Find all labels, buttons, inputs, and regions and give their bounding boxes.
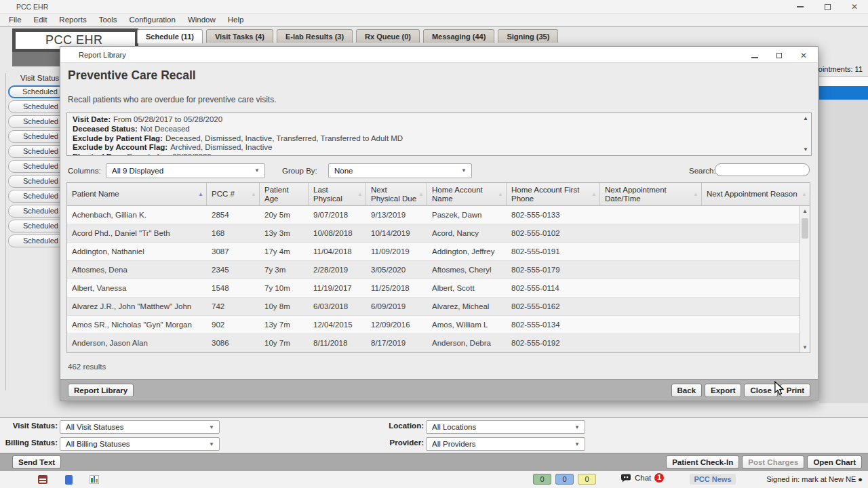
visit-status-item[interactable]: Scheduled [8,85,65,98]
criteria-label: Physical Due: [73,152,123,156]
chart-icon[interactable] [85,474,103,485]
column-header-8[interactable]: Next Appointment Reason▲ [702,183,810,205]
menu-reports[interactable]: Reports [53,14,92,26]
provider-dropdown[interactable]: All Providers ▼ [426,437,585,451]
export-button[interactable]: Export [705,384,741,397]
chat-button[interactable]: Chat 1 [620,473,664,483]
send-text-button[interactable]: Send Text [12,455,61,469]
columns-dropdown[interactable]: All 9 Displayed ▼ [106,163,265,178]
table-row[interactable]: Amos SR., Nicholas "Gyn" Morgan90213y 7m… [67,316,810,334]
sidebar-divider [5,73,6,390]
print-button[interactable]: Print [781,384,810,397]
visit-status-item[interactable]: Scheduled [8,130,65,143]
column-header-6[interactable]: Home Account First Phone▲ [507,183,600,205]
table-row[interactable]: Albert, Vanessa15487y 10m11/19/201711/25… [67,279,810,298]
pcc-taskbar-icon[interactable] [8,474,26,485]
column-header-1[interactable]: PCC #▲ [207,183,260,205]
maximize-icon[interactable] [814,0,841,14]
results-count-label: 462 results [68,363,106,371]
open-chart-button[interactable]: Open Chart [807,455,862,469]
close-icon[interactable]: ✕ [841,0,868,14]
scroll-down-icon[interactable]: ▼ [800,344,810,350]
os-titlebar: PCC EHR ✕ [0,0,868,14]
tab-visit[interactable]: Visit Tasks (4) [206,29,273,43]
billing-status-dropdown[interactable]: All Billing Statuses ▼ [60,437,220,451]
location-dropdown[interactable]: All Locations ▼ [426,420,585,434]
dialog-maximize-icon[interactable] [776,49,782,61]
report-library-button[interactable]: Report Library [68,384,134,397]
table-row[interactable]: Aftosmes, Dena23457y 3m2/28/20193/05/202… [67,261,810,279]
criteria-scroll-down-icon[interactable]: ▼ [803,147,808,152]
schedule-row[interactable] [819,76,868,86]
tab-rx[interactable]: Rx Queue (0) [356,29,420,43]
pcc-news-button[interactable]: PCC News [690,474,736,485]
menu-help[interactable]: Help [222,14,250,26]
chat-label: Chat [635,474,651,482]
visit-status-item[interactable]: Scheduled [8,160,65,173]
cell: Aftosmes, Cheryl [427,261,507,279]
menu-window[interactable]: Window [182,14,222,26]
visit-status-item[interactable]: Scheduled [8,235,65,247]
menu-file[interactable]: File [3,14,28,26]
group-by-dropdown[interactable]: None ▼ [328,163,472,178]
post-charges-button[interactable]: Post Charges [742,455,804,469]
table-row[interactable]: Achenbach, Gillian K.285420y 5m9/07/2018… [67,206,810,224]
back-button[interactable]: Back [671,384,703,397]
patient-check-in-button[interactable]: Patient Check-In [666,455,739,469]
table-row[interactable]: Acord Phd., Daniel "Tr" Beth16813y 3m10/… [67,224,810,243]
report-criteria-panel: Visit Date:From 05/28/2017 to 05/28/2020… [66,113,812,156]
visit-status-item[interactable]: Scheduled [8,145,65,158]
visit-status-item[interactable]: Scheduled [8,190,65,203]
tab-schedule[interactable]: Schedule (11) [137,29,203,43]
visit-status-list: ScheduledScheduledScheduledScheduledSche… [8,85,65,249]
group-by-dropdown-value: None [334,167,353,175]
criteria-label: Exclude by Account Flag: [73,143,167,151]
search-input[interactable] [715,163,810,176]
visit-status-dropdown[interactable]: All Visit Statuses ▼ [60,420,220,434]
scroll-up-icon[interactable]: ▲ [800,208,810,214]
column-header-5[interactable]: Home Account Name▲ [427,183,507,205]
sort-ascending-icon: ▲ [198,190,203,199]
visit-status-item[interactable]: Scheduled [8,115,65,128]
visit-status-filter-label: Visit Status: [0,422,58,430]
cell: 12/04/2015 [309,316,366,333]
dialog-minimize-icon[interactable] [751,49,758,61]
dialog-titlebar[interactable]: Report Library ✕ [60,47,818,63]
visit-status-item[interactable]: Scheduled [8,175,65,188]
group-by-label: Group By: [282,167,317,175]
column-header-3[interactable]: Last Physical▲ [309,183,366,205]
cell [702,334,810,352]
table-row[interactable]: Addington, Nathaniel308717y 4m11/04/2018… [67,243,810,261]
cell: 7y 10m [260,279,309,297]
calendar-icon[interactable] [34,474,52,485]
close-button[interactable]: Close [744,384,777,397]
cell: 13y 7m [260,316,309,333]
menu-edit[interactable]: Edit [28,14,54,26]
document-icon[interactable] [60,474,77,485]
queue-count-badge[interactable]: 0 [578,474,596,485]
dialog-close-icon[interactable]: ✕ [800,49,807,61]
table-scrollbar[interactable]: ▲ ▼ [800,206,810,352]
visit-status-item[interactable]: Scheduled [8,220,65,232]
criteria-scroll-up-icon[interactable]: ▲ [803,116,808,121]
visit-status-item[interactable]: Scheduled [8,205,65,218]
column-header-7[interactable]: Next Appointment Date/Time▲ [600,183,702,205]
table-row[interactable]: Anderson, Jason Alan308610y 7m8/11/20188… [67,334,810,352]
minimize-icon[interactable] [787,0,814,14]
menu-tools[interactable]: Tools [93,14,123,26]
schedule-row-selected[interactable] [819,86,868,100]
action-bar: Send Text Patient Check-In Post Charges … [0,453,868,471]
table-row[interactable]: Alvarez J.R., John "Matthew" John74210y … [67,298,810,316]
queue-count-badge[interactable]: 0 [533,474,551,485]
column-header-2[interactable]: Patient Age [260,183,309,205]
tab-e-lab[interactable]: E-lab Results (3) [277,29,353,43]
queue-count-badge[interactable]: 0 [555,474,574,485]
menu-configuration[interactable]: Configuration [123,14,182,26]
tab-messaging[interactable]: Messaging (44) [423,29,494,43]
column-header-4[interactable]: Next Physical Due▲ [366,183,427,205]
scrollbar-thumb[interactable] [802,218,808,239]
visit-status-item[interactable]: Scheduled [8,100,65,113]
cell: 2854 [207,206,260,224]
column-header-0[interactable]: Patient Name▲ [67,183,207,205]
tab-signing[interactable]: Signing (35) [498,29,558,43]
